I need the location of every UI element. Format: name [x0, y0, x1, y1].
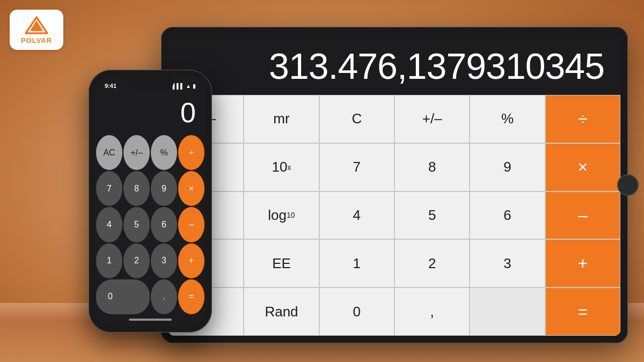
- ipad-btn-percent[interactable]: %: [470, 95, 545, 143]
- ipad-btn-1[interactable]: 1: [319, 239, 394, 287]
- iphone-screen: 9:41 ▌▌▌ ▲ ▮ 0 AC +/– % ÷ 7 8 9 × 4 5: [95, 76, 206, 326]
- iphone-btn-5[interactable]: 5: [123, 207, 150, 242]
- iphone-btn-1[interactable]: 1: [96, 243, 122, 278]
- iphone-btn-3[interactable]: 3: [151, 243, 177, 278]
- battery-icon: ▮: [193, 83, 196, 89]
- iphone-btn-8[interactable]: 8: [123, 171, 150, 206]
- iphone-btn-ac[interactable]: AC: [96, 135, 122, 170]
- ipad-btn-mr[interactable]: mr: [244, 95, 319, 143]
- iphone-home-indicator: [129, 319, 172, 321]
- iphone-btn-2[interactable]: 2: [123, 243, 150, 278]
- iphone-btn-4[interactable]: 4: [96, 207, 122, 242]
- ipad-btn-7[interactable]: 7: [319, 143, 394, 191]
- ipad-btn-minus[interactable]: –: [545, 191, 620, 240]
- iphone-btn-multiply[interactable]: ×: [178, 171, 204, 206]
- iphone-btn-plus[interactable]: +: [178, 243, 204, 278]
- ipad-btn-plus[interactable]: +: [545, 239, 620, 287]
- iphone-btn-6[interactable]: 6: [151, 207, 177, 242]
- polvar-text: POLVAR: [21, 36, 52, 45]
- iphone-btn-dot[interactable]: .: [151, 279, 177, 314]
- ipad-btn-plus-minus[interactable]: +/–: [394, 95, 470, 143]
- iphone-frame: 9:41 ▌▌▌ ▲ ▮ 0 AC +/– % ÷ 7 8 9 × 4 5: [89, 70, 212, 333]
- ipad-btn-multiply[interactable]: ×: [545, 143, 620, 191]
- wifi-icon: ▲: [186, 83, 191, 89]
- ipad-frame: 313.476,1379310345 m– mr C +/– % ÷ ex 10…: [161, 27, 628, 343]
- iphone-notch: [126, 76, 174, 89]
- iphone-btn-divide[interactable]: ÷: [178, 135, 204, 170]
- ipad-device: 313.476,1379310345 m– mr C +/– % ÷ ex 10…: [161, 27, 628, 343]
- polvar-logo: POLVAR: [10, 10, 63, 50]
- iphone-device: 9:41 ▌▌▌ ▲ ▮ 0 AC +/– % ÷ 7 8 9 × 4 5: [89, 70, 212, 333]
- signal-icon: ▌▌▌: [173, 83, 184, 89]
- iphone-btn-7[interactable]: 7: [96, 171, 122, 206]
- ipad-btn-log10[interactable]: log10: [244, 191, 319, 240]
- ipad-btn-0[interactable]: 0: [319, 287, 394, 336]
- polvar-icon: [24, 15, 49, 35]
- iphone-button-grid: AC +/– % ÷ 7 8 9 × 4 5 6 – 1 2 3 + 0 . =: [95, 134, 206, 315]
- iphone-btn-percent[interactable]: %: [151, 135, 177, 170]
- ipad-btn-6[interactable]: 6: [470, 191, 545, 240]
- ipad-display: 313.476,1379310345: [169, 34, 620, 95]
- ipad-btn-10x[interactable]: 10x: [244, 143, 319, 191]
- ipad-btn-ee[interactable]: EE: [244, 239, 319, 287]
- ipad-btn-9[interactable]: 9: [470, 143, 545, 191]
- ipad-btn-3[interactable]: 3: [470, 239, 545, 287]
- ipad-btn-rand[interactable]: Rand: [244, 287, 319, 336]
- iphone-display: 0: [95, 91, 206, 134]
- iphone-btn-0[interactable]: 0: [96, 279, 150, 314]
- ipad-btn-c[interactable]: C: [319, 95, 394, 143]
- iphone-btn-9[interactable]: 9: [151, 171, 177, 206]
- ipad-btn-4[interactable]: 4: [319, 191, 394, 240]
- ipad-home-button[interactable]: [617, 174, 639, 196]
- ipad-btn-8[interactable]: 8: [394, 143, 470, 191]
- iphone-btn-equals[interactable]: =: [178, 279, 204, 314]
- iphone-btn-plus-minus[interactable]: +/–: [123, 135, 150, 170]
- ipad-btn-5[interactable]: 5: [394, 191, 470, 240]
- ipad-btn-2[interactable]: 2: [394, 239, 470, 287]
- ipad-button-grid: m– mr C +/– % ÷ ex 10x 7 8 9 × ln log10 …: [169, 95, 620, 336]
- ipad-btn-equals[interactable]: =: [545, 287, 620, 336]
- iphone-status-icons: ▌▌▌ ▲ ▮: [173, 83, 196, 89]
- ipad-screen: 313.476,1379310345 m– mr C +/– % ÷ ex 10…: [169, 34, 620, 336]
- iphone-time: 9:41: [105, 83, 116, 89]
- ipad-btn-empty: [470, 287, 545, 336]
- iphone-home-bar: [95, 315, 206, 326]
- ipad-btn-comma[interactable]: ,: [394, 287, 470, 336]
- ipad-btn-divide[interactable]: ÷: [545, 95, 620, 143]
- iphone-btn-minus[interactable]: –: [178, 207, 204, 242]
